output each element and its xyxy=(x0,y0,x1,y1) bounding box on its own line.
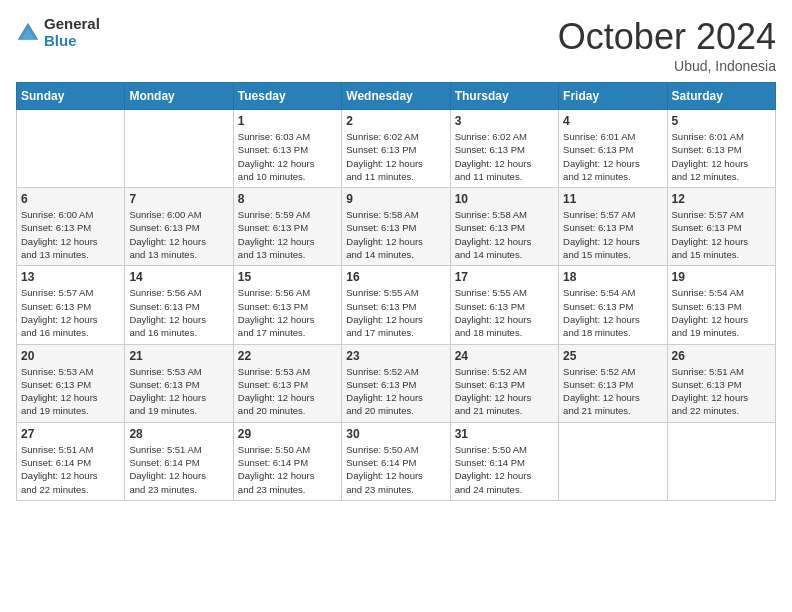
day-number: 20 xyxy=(21,349,120,363)
day-info: Sunrise: 5:58 AM Sunset: 6:13 PM Dayligh… xyxy=(346,208,445,261)
calendar-cell: 28Sunrise: 5:51 AM Sunset: 6:14 PM Dayli… xyxy=(125,422,233,500)
day-number: 11 xyxy=(563,192,662,206)
calendar-week-row: 6Sunrise: 6:00 AM Sunset: 6:13 PM Daylig… xyxy=(17,188,776,266)
calendar-header-saturday: Saturday xyxy=(667,83,775,110)
calendar-header-tuesday: Tuesday xyxy=(233,83,341,110)
day-number: 1 xyxy=(238,114,337,128)
calendar-cell: 8Sunrise: 5:59 AM Sunset: 6:13 PM Daylig… xyxy=(233,188,341,266)
day-number: 30 xyxy=(346,427,445,441)
logo-general: General xyxy=(44,16,100,33)
day-info: Sunrise: 5:50 AM Sunset: 6:14 PM Dayligh… xyxy=(238,443,337,496)
calendar-cell: 5Sunrise: 6:01 AM Sunset: 6:13 PM Daylig… xyxy=(667,110,775,188)
calendar-header-friday: Friday xyxy=(559,83,667,110)
calendar-cell xyxy=(667,422,775,500)
calendar-cell: 29Sunrise: 5:50 AM Sunset: 6:14 PM Dayli… xyxy=(233,422,341,500)
calendar-cell: 22Sunrise: 5:53 AM Sunset: 6:13 PM Dayli… xyxy=(233,344,341,422)
day-info: Sunrise: 6:02 AM Sunset: 6:13 PM Dayligh… xyxy=(455,130,554,183)
calendar-cell: 19Sunrise: 5:54 AM Sunset: 6:13 PM Dayli… xyxy=(667,266,775,344)
day-info: Sunrise: 5:58 AM Sunset: 6:13 PM Dayligh… xyxy=(455,208,554,261)
day-number: 23 xyxy=(346,349,445,363)
day-number: 4 xyxy=(563,114,662,128)
day-info: Sunrise: 6:01 AM Sunset: 6:13 PM Dayligh… xyxy=(672,130,771,183)
calendar-cell: 27Sunrise: 5:51 AM Sunset: 6:14 PM Dayli… xyxy=(17,422,125,500)
day-number: 7 xyxy=(129,192,228,206)
day-info: Sunrise: 5:57 AM Sunset: 6:13 PM Dayligh… xyxy=(21,286,120,339)
day-info: Sunrise: 5:56 AM Sunset: 6:13 PM Dayligh… xyxy=(129,286,228,339)
page-header: General Blue October 2024 Ubud, Indonesi… xyxy=(16,16,776,74)
calendar-cell: 2Sunrise: 6:02 AM Sunset: 6:13 PM Daylig… xyxy=(342,110,450,188)
day-number: 8 xyxy=(238,192,337,206)
day-info: Sunrise: 6:02 AM Sunset: 6:13 PM Dayligh… xyxy=(346,130,445,183)
day-number: 21 xyxy=(129,349,228,363)
calendar-cell: 31Sunrise: 5:50 AM Sunset: 6:14 PM Dayli… xyxy=(450,422,558,500)
day-number: 27 xyxy=(21,427,120,441)
logo-text: General Blue xyxy=(44,16,100,49)
day-info: Sunrise: 5:51 AM Sunset: 6:14 PM Dayligh… xyxy=(129,443,228,496)
calendar-cell: 25Sunrise: 5:52 AM Sunset: 6:13 PM Dayli… xyxy=(559,344,667,422)
calendar-cell: 20Sunrise: 5:53 AM Sunset: 6:13 PM Dayli… xyxy=(17,344,125,422)
day-number: 19 xyxy=(672,270,771,284)
day-info: Sunrise: 6:00 AM Sunset: 6:13 PM Dayligh… xyxy=(21,208,120,261)
calendar-cell xyxy=(125,110,233,188)
logo: General Blue xyxy=(16,16,100,49)
day-number: 28 xyxy=(129,427,228,441)
day-info: Sunrise: 5:57 AM Sunset: 6:13 PM Dayligh… xyxy=(563,208,662,261)
day-number: 17 xyxy=(455,270,554,284)
calendar-cell: 23Sunrise: 5:52 AM Sunset: 6:13 PM Dayli… xyxy=(342,344,450,422)
calendar-cell: 1Sunrise: 6:03 AM Sunset: 6:13 PM Daylig… xyxy=(233,110,341,188)
calendar-cell: 9Sunrise: 5:58 AM Sunset: 6:13 PM Daylig… xyxy=(342,188,450,266)
calendar-cell xyxy=(559,422,667,500)
calendar-cell: 16Sunrise: 5:55 AM Sunset: 6:13 PM Dayli… xyxy=(342,266,450,344)
day-info: Sunrise: 6:01 AM Sunset: 6:13 PM Dayligh… xyxy=(563,130,662,183)
day-info: Sunrise: 5:55 AM Sunset: 6:13 PM Dayligh… xyxy=(455,286,554,339)
day-number: 18 xyxy=(563,270,662,284)
day-info: Sunrise: 5:55 AM Sunset: 6:13 PM Dayligh… xyxy=(346,286,445,339)
calendar-table: SundayMondayTuesdayWednesdayThursdayFrid… xyxy=(16,82,776,501)
calendar-cell: 6Sunrise: 6:00 AM Sunset: 6:13 PM Daylig… xyxy=(17,188,125,266)
day-info: Sunrise: 5:52 AM Sunset: 6:13 PM Dayligh… xyxy=(563,365,662,418)
calendar-cell: 21Sunrise: 5:53 AM Sunset: 6:13 PM Dayli… xyxy=(125,344,233,422)
day-info: Sunrise: 5:59 AM Sunset: 6:13 PM Dayligh… xyxy=(238,208,337,261)
day-info: Sunrise: 5:53 AM Sunset: 6:13 PM Dayligh… xyxy=(21,365,120,418)
day-info: Sunrise: 5:51 AM Sunset: 6:14 PM Dayligh… xyxy=(21,443,120,496)
day-number: 22 xyxy=(238,349,337,363)
day-info: Sunrise: 5:54 AM Sunset: 6:13 PM Dayligh… xyxy=(672,286,771,339)
calendar-cell: 17Sunrise: 5:55 AM Sunset: 6:13 PM Dayli… xyxy=(450,266,558,344)
calendar-cell: 11Sunrise: 5:57 AM Sunset: 6:13 PM Dayli… xyxy=(559,188,667,266)
day-number: 6 xyxy=(21,192,120,206)
day-info: Sunrise: 5:53 AM Sunset: 6:13 PM Dayligh… xyxy=(129,365,228,418)
calendar-cell: 7Sunrise: 6:00 AM Sunset: 6:13 PM Daylig… xyxy=(125,188,233,266)
calendar-cell: 30Sunrise: 5:50 AM Sunset: 6:14 PM Dayli… xyxy=(342,422,450,500)
day-info: Sunrise: 5:54 AM Sunset: 6:13 PM Dayligh… xyxy=(563,286,662,339)
day-number: 25 xyxy=(563,349,662,363)
calendar-week-row: 13Sunrise: 5:57 AM Sunset: 6:13 PM Dayli… xyxy=(17,266,776,344)
calendar-cell xyxy=(17,110,125,188)
calendar-week-row: 27Sunrise: 5:51 AM Sunset: 6:14 PM Dayli… xyxy=(17,422,776,500)
calendar-week-row: 20Sunrise: 5:53 AM Sunset: 6:13 PM Dayli… xyxy=(17,344,776,422)
day-number: 16 xyxy=(346,270,445,284)
calendar-header-row: SundayMondayTuesdayWednesdayThursdayFrid… xyxy=(17,83,776,110)
calendar-cell: 18Sunrise: 5:54 AM Sunset: 6:13 PM Dayli… xyxy=(559,266,667,344)
calendar-week-row: 1Sunrise: 6:03 AM Sunset: 6:13 PM Daylig… xyxy=(17,110,776,188)
day-number: 24 xyxy=(455,349,554,363)
calendar-header-sunday: Sunday xyxy=(17,83,125,110)
day-number: 29 xyxy=(238,427,337,441)
day-number: 10 xyxy=(455,192,554,206)
day-number: 9 xyxy=(346,192,445,206)
day-info: Sunrise: 5:52 AM Sunset: 6:13 PM Dayligh… xyxy=(455,365,554,418)
day-info: Sunrise: 5:50 AM Sunset: 6:14 PM Dayligh… xyxy=(346,443,445,496)
day-number: 13 xyxy=(21,270,120,284)
day-number: 15 xyxy=(238,270,337,284)
calendar-header-thursday: Thursday xyxy=(450,83,558,110)
day-info: Sunrise: 5:50 AM Sunset: 6:14 PM Dayligh… xyxy=(455,443,554,496)
day-number: 31 xyxy=(455,427,554,441)
calendar-cell: 14Sunrise: 5:56 AM Sunset: 6:13 PM Dayli… xyxy=(125,266,233,344)
calendar-cell: 4Sunrise: 6:01 AM Sunset: 6:13 PM Daylig… xyxy=(559,110,667,188)
location-title: Ubud, Indonesia xyxy=(558,58,776,74)
calendar-cell: 12Sunrise: 5:57 AM Sunset: 6:13 PM Dayli… xyxy=(667,188,775,266)
calendar-cell: 3Sunrise: 6:02 AM Sunset: 6:13 PM Daylig… xyxy=(450,110,558,188)
calendar-cell: 15Sunrise: 5:56 AM Sunset: 6:13 PM Dayli… xyxy=(233,266,341,344)
day-info: Sunrise: 6:00 AM Sunset: 6:13 PM Dayligh… xyxy=(129,208,228,261)
month-title: October 2024 xyxy=(558,16,776,58)
calendar-cell: 24Sunrise: 5:52 AM Sunset: 6:13 PM Dayli… xyxy=(450,344,558,422)
